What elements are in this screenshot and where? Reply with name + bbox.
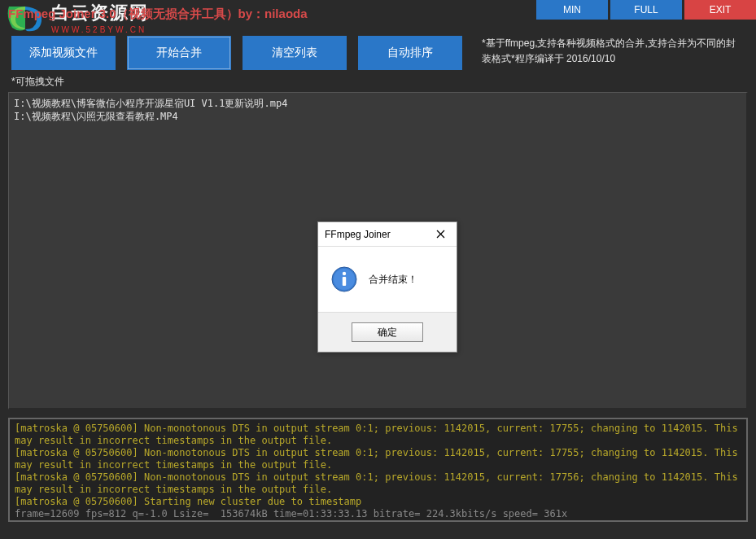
info-text: *基于ffmpeg,支持各种视频格式的合并,支持合并为不同的封装格式*程序编译于… [474, 36, 745, 67]
add-video-button[interactable]: 添加视频文件 [11, 36, 116, 70]
app-title: FFmpeg Joiner 3.0（视频无损合并工具）by：nilaoda [8, 7, 308, 22]
svg-rect-5 [343, 277, 346, 286]
window-controls: MIN FULL EXIT [536, 0, 756, 20]
close-icon[interactable] [430, 226, 450, 243]
titlebar: 白云资源网 WWW.52BYW.CN FFmpeg Joiner 3.0（视频无… [0, 0, 756, 28]
drag-hint-label: *可拖拽文件 [0, 75, 756, 92]
clear-list-button[interactable]: 清空列表 [243, 36, 347, 70]
auto-sort-button[interactable]: 自动排序 [358, 36, 462, 70]
watermark-sub-text: WWW.52BYW.CN [51, 25, 149, 34]
log-output[interactable]: [matroska @ 05750600] Non-monotonous DTS… [8, 418, 748, 522]
dialog-titlebar[interactable]: FFmpeg Joiner [318, 222, 457, 247]
dialog-message: 合并结束！ [369, 273, 417, 287]
fullscreen-button[interactable]: FULL [610, 0, 682, 20]
toolbar: 添加视频文件 开始合并 清空列表 自动排序 *基于ffmpeg,支持各种视频格式… [0, 28, 756, 75]
file-entry[interactable]: I:\视频教程\闪照无限查看教程.MP4 [14, 111, 741, 124]
dialog-title: FFmpeg Joiner [325, 229, 430, 240]
message-dialog: FFmpeg Joiner 合并结束！ 确定 [317, 221, 457, 353]
svg-point-4 [343, 272, 346, 275]
file-entry[interactable]: I:\视频教程\博客微信小程序开源星宿UI V1.1更新说明.mp4 [14, 98, 741, 111]
start-merge-button[interactable]: 开始合并 [127, 36, 231, 70]
ok-button[interactable]: 确定 [352, 322, 423, 342]
exit-button[interactable]: EXIT [684, 0, 756, 20]
minimize-button[interactable]: MIN [536, 0, 608, 20]
info-icon [331, 266, 357, 292]
dialog-body: 合并结束！ [318, 247, 457, 312]
dialog-footer: 确定 [318, 312, 457, 352]
